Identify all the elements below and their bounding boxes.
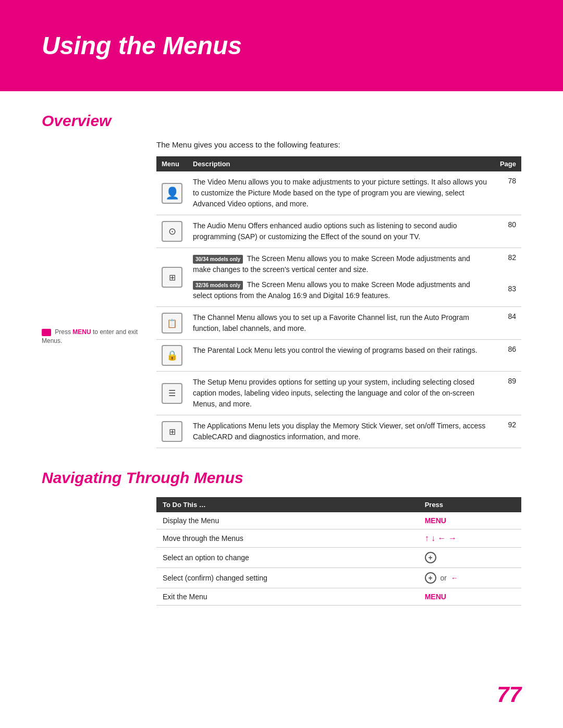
or-text: or (440, 574, 447, 582)
nav-row-display: Display the Menu MENU (156, 512, 521, 529)
page-cell-parental: 86 (495, 340, 521, 372)
left-note: Press MENU to enter and exit Menus. (42, 328, 146, 346)
page-number: 77 (497, 682, 521, 707)
nav-row-confirm: Select (confirm) changed setting + or ← (156, 568, 521, 588)
desc-cell-screen: 30/34 models only The Screen Menu allows… (188, 248, 495, 307)
nav-row-select: Select an option to change + (156, 548, 521, 568)
nav-todo-exit: Exit the Menu (156, 588, 419, 606)
setup-menu-icon: ☰ (162, 383, 182, 404)
table-row: 🔒 The Parental Lock Menu lets you contro… (156, 340, 521, 372)
audio-menu-icon: ⊙ (162, 221, 182, 242)
page-title: Using the Menus (42, 31, 242, 60)
channel-menu-icon: 📋 (162, 313, 182, 334)
nav-table-wrapper: To Do This … Press Display the Menu MENU (156, 497, 521, 606)
icon-cell-setup: ☰ (156, 372, 188, 415)
desc-cell-channel: The Channel Menu allows you to set up a … (188, 307, 495, 340)
col-todo: To Do This … (156, 497, 419, 512)
desc-cell-video: The Video Menu allows you to make adjust… (188, 171, 495, 215)
applications-menu-icon: ⊞ (162, 421, 182, 442)
page-cell-screen: 82 83 (495, 248, 521, 307)
col-page: Page (495, 156, 521, 171)
badge-3236: 32/36 models only (193, 281, 243, 290)
icon-cell-audio: ⊙ (156, 215, 188, 248)
icon-cell-screen: ⊞ (156, 248, 188, 307)
left-note-text: Press MENU to enter and exit Menus. (42, 328, 138, 344)
badge-3034: 30/34 models only (193, 255, 243, 264)
icon-cell-video: 👤 (156, 171, 188, 215)
menu-word: MENU (72, 328, 91, 336)
nav-press-move: ↑ ↓ ← → (419, 529, 521, 548)
nav-press-display: MENU (419, 512, 521, 529)
nav-header-row: To Do This … Press (156, 497, 521, 512)
table-header-row: Menu Description Page (156, 156, 521, 171)
left-arrow-symbol: ← (451, 574, 458, 582)
icon-cell-applications: ⊞ (156, 415, 188, 448)
nav-todo-confirm: Select (confirm) changed setting (156, 568, 419, 588)
icon-cell-parental: 🔒 (156, 340, 188, 372)
header-banner: Using the Menus (0, 0, 563, 91)
table-row: 📋 The Channel Menu allows you to set up … (156, 307, 521, 340)
table-row: ⊞ The Applications Menu lets you display… (156, 415, 521, 448)
menu-exit-label: MENU (425, 593, 446, 601)
desc-cell-parental: The Parental Lock Menu lets you control … (188, 340, 495, 372)
screen-menu-icon: ⊞ (162, 267, 182, 288)
col-menu: Menu (156, 156, 188, 171)
nav-press-select: + (419, 548, 521, 568)
desc-cell-applications: The Applications Menu lets you display t… (188, 415, 495, 448)
navigating-heading: Navigating Through Menus (42, 469, 521, 487)
nav-table: To Do This … Press Display the Menu MENU (156, 497, 521, 606)
col-press: Press (419, 497, 521, 512)
page-cell-video: 78 (495, 171, 521, 215)
page-cell-applications: 92 (495, 415, 521, 448)
navigating-section: Navigating Through Menus To Do This … Pr… (42, 469, 521, 606)
arrow-symbols: ↑ ↓ ← → (425, 534, 457, 542)
nav-todo-select: Select an option to change (156, 548, 419, 568)
circle-plus-confirm-icon: + (425, 572, 436, 584)
page-cell-audio: 80 (495, 215, 521, 248)
menu-press-label: MENU (425, 516, 446, 525)
page-cell-setup: 89 (495, 372, 521, 415)
intro-text: The Menu gives you access to the followi… (156, 140, 521, 149)
desc-cell-setup: The Setup Menu provides options for sett… (188, 372, 495, 415)
table-row: ⊞ 30/34 models only The Screen Menu allo… (156, 248, 521, 307)
nav-row-move: Move through the Menus ↑ ↓ ← → (156, 529, 521, 548)
overview-table: Menu Description Page 👤 The Video Menu a… (156, 156, 521, 448)
table-row: ☰ The Setup Menu provides options for se… (156, 372, 521, 415)
table-row: ⊙ The Audio Menu Offers enhanced audio o… (156, 215, 521, 248)
parental-menu-icon: 🔒 (162, 345, 182, 366)
page-cell-channel: 84 (495, 307, 521, 340)
main-content: Overview Press MENU to enter and exit Me… (0, 91, 563, 637)
circle-plus-icon: + (425, 552, 436, 563)
desc-cell-audio: The Audio Menu Offers enhanced audio opt… (188, 215, 495, 248)
nav-todo-display: Display the Menu (156, 512, 419, 529)
nav-press-confirm: + or ← (419, 568, 521, 588)
col-description: Description (188, 156, 495, 171)
nav-row-exit: Exit the Menu MENU (156, 588, 521, 606)
nav-todo-move: Move through the Menus (156, 529, 419, 548)
table-row: 👤 The Video Menu allows you to make adju… (156, 171, 521, 215)
overview-table-wrapper: The Menu gives you access to the followi… (156, 140, 521, 448)
icon-cell-channel: 📋 (156, 307, 188, 340)
menu-icon-small (42, 329, 51, 336)
video-menu-icon: 👤 (162, 183, 182, 204)
overview-heading: Overview (42, 112, 521, 130)
nav-press-exit: MENU (419, 588, 521, 606)
overview-area: Press MENU to enter and exit Menus. The … (42, 140, 521, 448)
